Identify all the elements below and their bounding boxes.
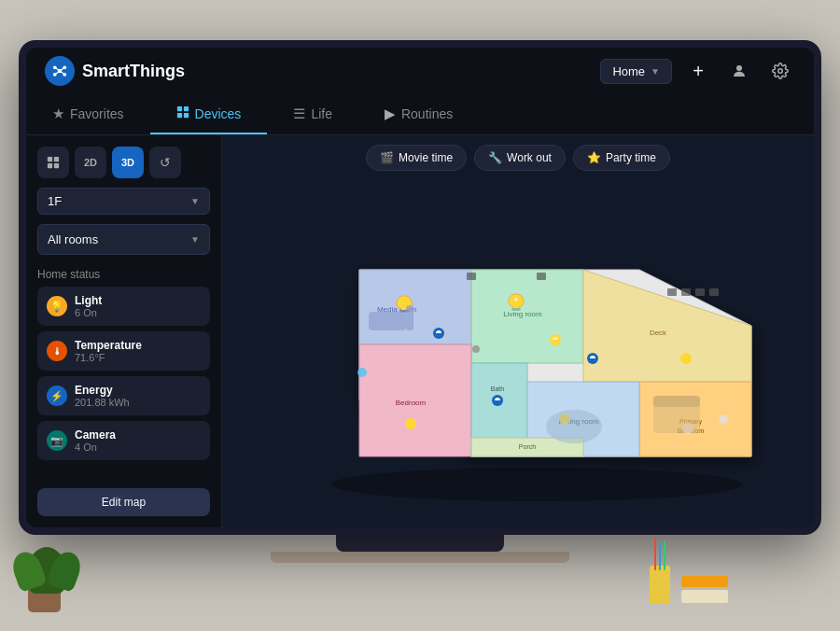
tv-screen-container: SmartThings Home ▼ + — [19, 40, 821, 535]
svg-point-10 — [778, 69, 783, 74]
temperature-info: Temperature 71.6°F — [75, 339, 142, 363]
main-content: 2D 3D ↺ 1F ▼ All rooms ▼ — [26, 135, 814, 527]
movie-icon: 🎬 — [380, 151, 394, 164]
tv-screen: SmartThings Home ▼ + — [26, 48, 814, 527]
scene-movie-button[interactable]: 🎬 Movie time — [366, 145, 467, 171]
logo-area: SmartThings — [45, 56, 600, 86]
floor-plan-container: Media room Living room Deck Primary Bedr… — [233, 180, 803, 518]
svg-point-69 — [357, 368, 367, 377]
device-pin-1[interactable] — [433, 328, 444, 339]
floor-plan-svg: Media room Living room Deck Primary Bedr… — [266, 195, 770, 503]
routines-icon: ▶ — [385, 105, 396, 122]
edit-map-button[interactable]: Edit map — [37, 488, 210, 516]
svg-text:Deck: Deck — [650, 329, 667, 337]
svg-rect-63 — [467, 273, 476, 280]
energy-icon: ⚡ — [47, 386, 67, 406]
settings-button[interactable] — [765, 56, 795, 86]
tab-favorites-label: Favorites — [70, 106, 124, 121]
tab-life-label: Life — [311, 106, 332, 121]
svg-rect-72 — [369, 312, 406, 330]
party-label: Party time — [606, 151, 656, 164]
nav-tabs: ★ Favorites Devices ☰ — [26, 94, 814, 135]
svg-point-40 — [514, 298, 518, 301]
grid-view-btn[interactable] — [37, 147, 69, 178]
home-status-label: Home status — [37, 268, 210, 281]
device-pin-3[interactable] — [587, 353, 598, 364]
camera-name: Camera — [75, 428, 116, 442]
home-selector[interactable]: Home ▼ — [600, 59, 672, 84]
light-info: Light 6 On — [75, 294, 102, 318]
chevron-down-icon: ▼ — [651, 66, 660, 77]
tab-routines-label: Routines — [401, 106, 453, 121]
devices-icon — [176, 105, 189, 121]
add-button[interactable]: + — [683, 56, 713, 86]
device-pin-7[interactable] — [492, 395, 503, 406]
home-label: Home — [612, 64, 645, 78]
svg-rect-12 — [183, 106, 188, 111]
pencil-cup — [650, 566, 670, 603]
svg-rect-64 — [537, 273, 546, 280]
3d-view-btn[interactable]: 3D — [112, 147, 144, 178]
tab-life[interactable]: ☰ Life — [267, 94, 358, 134]
room-label: All rooms — [48, 232, 98, 246]
header-actions: Home ▼ + — [600, 56, 795, 86]
workout-icon: 🔧 — [488, 151, 502, 164]
light-name: Light — [75, 294, 102, 307]
scene-bar: 🎬 Movie time 🔧 Work out ⭐ Party time — [233, 145, 803, 171]
floor-selector[interactable]: 1F ▼ — [37, 188, 210, 215]
2d-view-btn[interactable]: 2D — [75, 147, 106, 178]
scene-party-button[interactable]: ⭐ Party time — [573, 145, 670, 171]
tab-devices-label: Devices — [195, 106, 242, 121]
floor-chevron-icon: ▼ — [190, 196, 200, 206]
svg-point-9 — [736, 65, 742, 71]
floor-label: 1F — [48, 194, 62, 208]
desk-items — [650, 566, 728, 603]
party-icon: ⭐ — [587, 151, 601, 164]
svg-text:Bath: Bath — [491, 386, 505, 392]
svg-rect-15 — [48, 157, 52, 161]
profile-button[interactable] — [724, 56, 754, 86]
energy-info: Energy 201.88 kWh — [75, 384, 130, 408]
map-area: 🎬 Movie time 🔧 Work out ⭐ Party time — [222, 135, 814, 527]
tab-routines[interactable]: ▶ Routines — [358, 94, 479, 134]
tv-base — [271, 552, 569, 563]
plant — [28, 547, 65, 612]
room-selector[interactable]: All rooms ▼ — [37, 224, 210, 255]
svg-rect-65 — [667, 288, 677, 296]
status-item-light[interactable]: 💡 Light 6 On — [37, 287, 210, 326]
svg-rect-14 — [183, 113, 188, 118]
status-item-energy[interactable]: ⚡ Energy 201.88 kWh — [37, 376, 210, 415]
sidebar: 2D 3D ↺ 1F ▼ All rooms ▼ — [26, 135, 222, 527]
svg-rect-67 — [695, 288, 705, 296]
view-controls: 2D 3D ↺ — [37, 147, 210, 178]
tab-devices[interactable]: Devices — [150, 94, 268, 134]
svg-text:Bedroom: Bedroom — [396, 399, 427, 407]
temperature-value: 71.6°F — [75, 352, 142, 363]
room-chevron-icon: ▼ — [190, 234, 200, 245]
svg-point-71 — [719, 414, 728, 424]
tab-favorites[interactable]: ★ Favorites — [26, 94, 150, 134]
svg-rect-73 — [406, 305, 413, 330]
home-status-section: Home status 💡 Light 6 On 🌡 — [37, 264, 210, 460]
scene-workout-button[interactable]: 🔧 Work out — [474, 145, 566, 171]
light-value: 6 On — [75, 307, 102, 318]
tv-frame: SmartThings Home ▼ + — [19, 68, 821, 563]
temperature-name: Temperature — [75, 339, 142, 352]
energy-value: 201.88 kWh — [75, 397, 130, 408]
movie-label: Movie time — [399, 151, 453, 164]
svg-rect-11 — [176, 106, 181, 111]
camera-value: 4 On — [75, 442, 116, 453]
svg-rect-13 — [176, 113, 181, 118]
status-item-temperature[interactable]: 🌡 Temperature 71.6°F — [37, 331, 210, 371]
history-view-btn[interactable]: ↺ — [149, 147, 181, 178]
tv-stand — [336, 535, 504, 552]
workout-label: Work out — [507, 151, 552, 164]
svg-point-19 — [331, 468, 742, 501]
svg-rect-17 — [48, 163, 52, 168]
svg-rect-16 — [54, 157, 59, 161]
light-icon: 💡 — [47, 296, 67, 316]
svg-text:Living room: Living room — [503, 310, 542, 318]
status-item-camera[interactable]: 📷 Camera 4 On — [37, 421, 210, 460]
life-icon: ☰ — [293, 105, 305, 122]
star-icon: ★ — [52, 105, 64, 122]
